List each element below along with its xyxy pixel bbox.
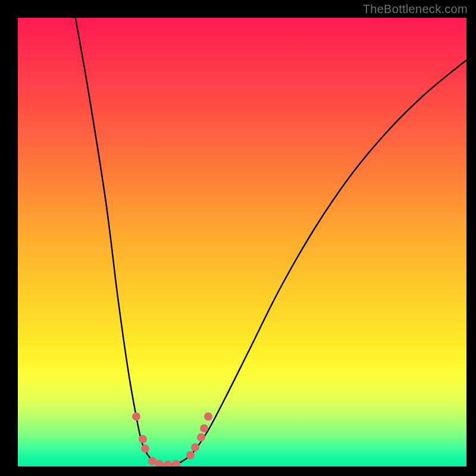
scatter-dot — [132, 412, 140, 421]
scatter-dot — [204, 412, 212, 421]
scatter-dot — [155, 460, 164, 466]
bottleneck-curve — [74, 18, 466, 465]
plot-area — [18, 18, 466, 466]
scatter-dot — [186, 451, 195, 459]
scatter-points — [132, 412, 212, 466]
curve-layer — [18, 18, 466, 466]
scatter-dot — [164, 461, 172, 466]
scatter-dot — [191, 443, 199, 452]
scatter-dot — [141, 444, 149, 453]
watermark-text: TheBottleneck.com — [363, 2, 468, 16]
scatter-dot — [148, 457, 156, 465]
scatter-dot — [139, 435, 147, 443]
scatter-dot — [200, 424, 208, 433]
scatter-dot — [197, 433, 205, 441]
scatter-dot — [172, 460, 180, 466]
chart-frame: TheBottleneck.com — [0, 0, 476, 476]
